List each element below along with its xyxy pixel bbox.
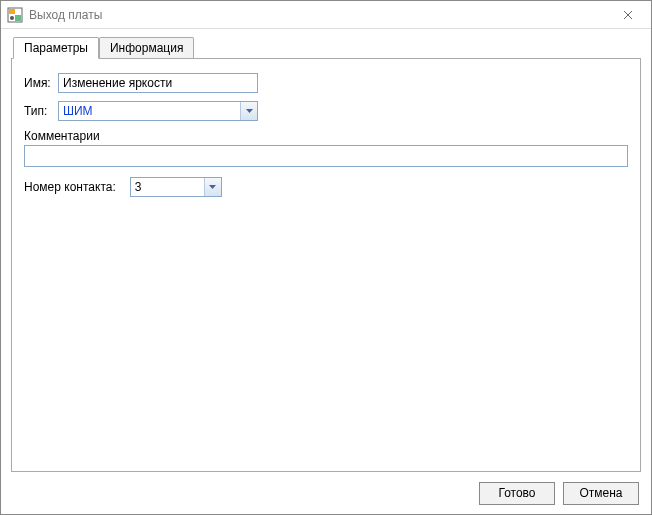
row-type: Тип: ШИМ <box>24 101 628 121</box>
row-contact: Номер контакта: 3 <box>24 177 628 197</box>
window-title: Выход платы <box>29 8 611 22</box>
tab-information[interactable]: Информация <box>99 37 194 58</box>
svg-point-3 <box>10 16 14 20</box>
tab-panel-parameters: Имя: Тип: ШИМ Комментарии Номер контакта <box>11 58 641 472</box>
row-name: Имя: <box>24 73 628 93</box>
close-icon <box>623 10 633 20</box>
app-icon <box>7 7 23 23</box>
svg-marker-7 <box>209 185 216 189</box>
tab-parameters[interactable]: Параметры <box>13 37 99 59</box>
titlebar: Выход платы <box>1 1 651 29</box>
dropdown-button[interactable] <box>204 178 221 196</box>
name-label: Имя: <box>24 76 58 90</box>
button-label: Готово <box>498 486 535 500</box>
ok-button[interactable]: Готово <box>479 482 555 505</box>
svg-rect-1 <box>9 9 15 14</box>
comments-input[interactable] <box>24 145 628 167</box>
type-select[interactable]: ШИМ <box>58 101 258 121</box>
type-label: Тип: <box>24 104 58 118</box>
contact-value: 3 <box>131 180 204 194</box>
name-input[interactable] <box>58 73 258 93</box>
dialog-footer: Готово Отмена <box>1 472 651 514</box>
chevron-down-icon <box>209 185 216 189</box>
content-area: Параметры Информация Имя: Тип: ШИМ <box>1 29 651 472</box>
cancel-button[interactable]: Отмена <box>563 482 639 505</box>
close-button[interactable] <box>611 4 645 26</box>
button-label: Отмена <box>579 486 622 500</box>
contact-label: Номер контакта: <box>24 180 116 194</box>
comments-label: Комментарии <box>24 129 628 143</box>
dropdown-button[interactable] <box>240 102 257 120</box>
tab-bar: Параметры Информация <box>13 37 641 58</box>
tab-label: Информация <box>110 41 183 55</box>
tab-label: Параметры <box>24 41 88 55</box>
contact-select[interactable]: 3 <box>130 177 222 197</box>
chevron-down-icon <box>246 109 253 113</box>
svg-rect-2 <box>15 15 21 21</box>
dialog-window: Выход платы Параметры Информация Имя: Ти… <box>0 0 652 515</box>
type-value: ШИМ <box>59 104 240 118</box>
svg-marker-6 <box>246 109 253 113</box>
